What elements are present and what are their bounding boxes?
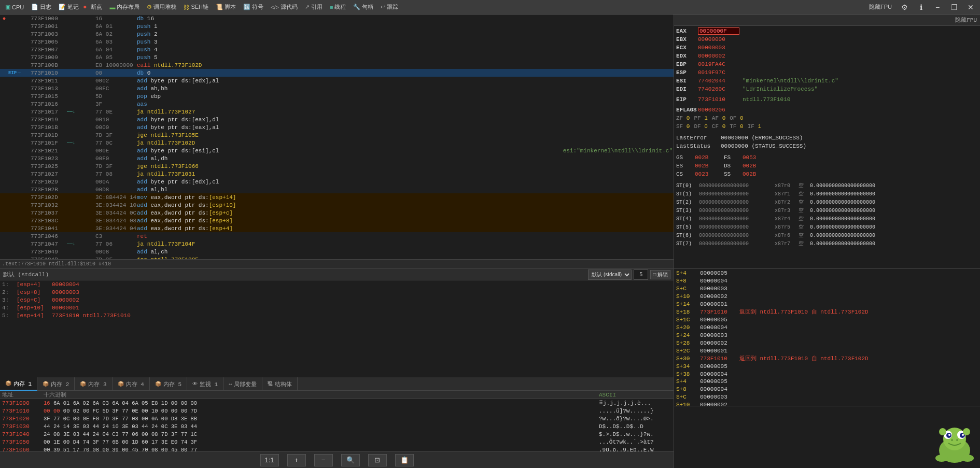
- memory-row[interactable]: 773F105000 1E 00 D4 74 3F 77 6B 00 1D 60…: [0, 438, 674, 446]
- memory-row[interactable]: 773F101000 00 00 02 00 FC 5D 3F 77 0E 00…: [0, 407, 674, 415]
- stack-value-row[interactable]: $+800000004: [674, 277, 980, 285]
- callstack-row[interactable]: 4:[esp+10]00000001: [0, 304, 674, 311]
- fpu-hex[interactable]: 0000000000000000: [699, 183, 772, 189]
- disasm-row[interactable]: 773F101F──↓77 0Cja ntdll.773F102D: [0, 139, 674, 147]
- disasm-row[interactable]: 773F1029000Aadd byte ptr ds:[edx],cl: [0, 178, 674, 186]
- stack-value-row[interactable]: $+2800000002: [674, 339, 980, 347]
- callstack-row[interactable]: 5:[esp+14]773F1010 ntdll.773F1010: [0, 311, 674, 319]
- memory-row[interactable]: 773F100016 6A 01 6A 02 6A 03 6A 04 6A 05…: [0, 399, 674, 407]
- memory-row[interactable]: 773F10203F 77 0C 00 0E F0 7D 3F 77 08 00…: [0, 415, 674, 422]
- stack-value-row[interactable]: $+400000005: [674, 269, 980, 277]
- stack-value-row[interactable]: $+2C00000001: [674, 347, 980, 354]
- register-value[interactable]: 7740260C: [698, 86, 739, 92]
- disasm-row[interactable]: 773F1021000Eadd byte ptr ds:[esi],clesi:…: [0, 147, 674, 154]
- seg-value[interactable]: 002B: [695, 163, 721, 169]
- stack-value-row[interactable]: $+1400000001: [674, 300, 980, 308]
- register-value[interactable]: 00000206: [698, 107, 739, 113]
- log-tab[interactable]: 📄 日志: [28, 2, 54, 13]
- disasm-row[interactable]: 773F1017──↓77 0Eja ntdll.773F1027: [0, 108, 674, 116]
- stack-value-row[interactable]: $+2400000003: [674, 331, 980, 339]
- memory-row[interactable]: 773F104024 08 3E 03 44 24 04 C3 77 06 00…: [0, 430, 674, 438]
- seg-value2[interactable]: 002B: [743, 163, 756, 169]
- disasm-row[interactable]: 773F10490008add al,ch: [0, 248, 674, 256]
- disasm-row[interactable]: 773F102300F0add al,dh: [0, 154, 674, 162]
- disasm-row[interactable]: 773F102B00D8add al,bl: [0, 186, 674, 193]
- memory-tab-6[interactable]: ↔局部变量: [223, 377, 262, 391]
- disasm-row[interactable]: 773F102D3C:8B4424 14mov eax,dword ptr ds…: [0, 193, 674, 201]
- callstack-row[interactable]: 3:[esp+C]00000002: [0, 296, 674, 304]
- disasm-row[interactable]: 773F1047──↓77 06ja ntdll.773F104F: [0, 240, 674, 248]
- seg-value[interactable]: 0023: [695, 171, 721, 177]
- disasm-row[interactable]: 773F101B0000add byte ptr ds:[eax],al: [0, 123, 674, 131]
- disasm-row[interactable]: 773F10056A 03push 3: [0, 38, 674, 46]
- call-stack-tab[interactable]: ⚙ 调用堆栈: [144, 2, 179, 13]
- fpu-hex[interactable]: 0000000000000000: [699, 233, 772, 238]
- disasm-row[interactable]: 773F100BE8 10000000call ntdll.773F102D: [0, 61, 674, 69]
- fpu-hex[interactable]: 0000000000000000: [699, 208, 772, 214]
- memory-content[interactable]: 773F100016 6A 01 6A 02 6A 03 6A 04 6A 05…: [0, 399, 674, 451]
- memory-tab-4[interactable]: 📦内存 5: [150, 377, 187, 391]
- disasm-row[interactable]: 773F10076A 04push 4: [0, 46, 674, 53]
- callstack-row[interactable]: 2:[esp+8]00000003: [0, 288, 674, 296]
- flag-if[interactable]: IF 1: [748, 123, 761, 130]
- stack-value-row[interactable]: $+C00000003: [674, 285, 980, 292]
- disasm-row[interactable]: 773F101D7D 3Fjge ntdll.773F105E: [0, 131, 674, 139]
- symbol-tab[interactable]: 🔣 符号: [240, 2, 267, 13]
- right-stack-row[interactable]: $+800000004: [674, 385, 980, 393]
- fpu-hex[interactable]: 0000000000000000: [699, 191, 772, 197]
- flag-df[interactable]: DF 0: [694, 123, 707, 130]
- stack-value-row[interactable]: $+30773F1010返回到 ntdll.773F1010 自 ntdll.7…: [674, 354, 980, 362]
- cpu-tab[interactable]: ▣ CPU: [2, 2, 27, 13]
- memory-row[interactable]: 773F103044 24 14 3E 03 44 24 10 3E 03 44…: [0, 422, 674, 430]
- stack-value-row[interactable]: $+3400000005: [674, 362, 980, 370]
- window-close-button[interactable]: ✕: [963, 2, 978, 13]
- stack-value-row[interactable]: $+1000000002: [674, 292, 980, 300]
- thread-tab[interactable]: ≡ 线程: [327, 2, 349, 13]
- handle-tab[interactable]: 🔧 句柄: [350, 2, 376, 13]
- window-settings-button[interactable]: ⚙: [897, 2, 912, 13]
- register-value[interactable]: 0019FA4C: [698, 61, 739, 67]
- register-value[interactable]: 773F1010: [698, 96, 739, 103]
- flag-cf[interactable]: CF 0: [712, 123, 725, 130]
- stack-value-row[interactable]: $+18773F1010返回到 ntdll.773F1010 自 ntdll.7…: [674, 308, 980, 316]
- zoom-1to1-button[interactable]: 1:1: [260, 454, 279, 466]
- disasm-row[interactable]: 773F104B7D 3Fjge ntdll.773F108E: [0, 256, 674, 259]
- flag-pf[interactable]: PF 1: [694, 115, 707, 121]
- stack-values-scroll[interactable]: $+400000005$+800000004$+C00000003$+10000…: [674, 269, 980, 377]
- register-value[interactable]: 00000003: [698, 45, 739, 51]
- seh-tab[interactable]: ⛓ SEH链: [180, 2, 212, 13]
- zoom-select-button[interactable]: ⊡: [368, 454, 387, 466]
- register-value[interactable]: 0000000F: [698, 27, 739, 35]
- source-tab[interactable]: </> 源代码: [268, 2, 301, 13]
- trace-tab[interactable]: ↩ 跟踪: [377, 2, 401, 13]
- flag-zf[interactable]: ZF 0: [676, 115, 690, 121]
- flag-sf[interactable]: SF 0: [676, 123, 690, 130]
- fpu-hex[interactable]: 0000000000000000: [699, 216, 772, 222]
- callstack-select[interactable]: 默认 (stdcall): [588, 270, 632, 280]
- zoom-out-button[interactable]: −: [314, 454, 333, 466]
- callstack-rows[interactable]: 1:[esp+4]000000042:[esp+8]000000033:[esp…: [0, 280, 674, 377]
- flag-of[interactable]: OF 0: [730, 115, 743, 121]
- flag-af[interactable]: AF 0: [712, 115, 725, 121]
- right-stack-row[interactable]: $+1000000002: [674, 401, 980, 406]
- memory-tab-2[interactable]: 📦内存 3: [75, 377, 112, 391]
- disasm-row[interactable]: 773F103C3E:034424 08add eax,dword ptr ds…: [0, 217, 674, 224]
- copy-button[interactable]: 📋: [395, 454, 414, 466]
- disasm-row[interactable]: 773F10036A 02push 2: [0, 30, 674, 38]
- disasm-row[interactable]: 773F10016A 01push 1: [0, 22, 674, 30]
- window-restore-button[interactable]: ❐: [947, 2, 961, 13]
- disasm-row[interactable]: 773F102777 08ja ntdll.773F1031: [0, 170, 674, 178]
- reg-content[interactable]: EAX0000000FEBX00000000ECX00000003EDX0000…: [674, 26, 980, 268]
- notes-tab[interactable]: 📝 笔记: [55, 2, 82, 13]
- zoom-fit-button[interactable]: 🔍: [341, 454, 360, 466]
- disasm-row[interactable]: ●773F100016db 16: [0, 15, 674, 22]
- register-value[interactable]: 00000000: [698, 36, 739, 42]
- disasm-row[interactable]: 773F10323E:034424 10add eax,dword ptr ds…: [0, 201, 674, 209]
- right-stack-scroll[interactable]: $+400000005$+800000004$+C00000003$+10000…: [674, 377, 980, 406]
- disasm-row[interactable]: 773F10155Dpop ebp: [0, 92, 674, 100]
- register-value[interactable]: 00000002: [698, 53, 739, 59]
- window-info-button[interactable]: ℹ: [914, 2, 928, 13]
- disasm-row[interactable]: EIP→773F101000db 0: [0, 69, 674, 77]
- disasm-row[interactable]: 773F10190010add byte ptr ds:[eax],dl: [0, 116, 674, 123]
- disasm-row[interactable]: 773F10413E:034424 04add eax,dword ptr ds…: [0, 224, 674, 232]
